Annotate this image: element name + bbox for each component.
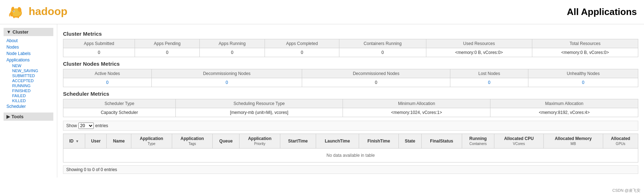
val-scheduling-resource-type: [memory-mb (unit=Mi), vcores]	[175, 108, 343, 117]
sidebar-item-nodes[interactable]: Nodes	[6, 44, 53, 50]
footer-entries: Showing 0 to 0 of 0 entries	[63, 165, 638, 174]
col-application-tags: Application Tags	[172, 134, 213, 149]
col-id[interactable]: ID ▼	[63, 134, 85, 149]
col-apps-completed: Apps Completed	[265, 39, 339, 48]
col-queue: Queue	[213, 134, 239, 149]
cluster-nodes-title: Cluster Nodes Metrics	[63, 61, 638, 67]
sidebar-item-running[interactable]: RUNNING	[12, 83, 53, 88]
val-minimum-allocation: <memory:1024, vCores:1>	[343, 108, 490, 117]
col-lost-nodes: Lost Nodes	[450, 69, 528, 78]
sidebar: ▼ Cluster About Nodes Node Labels Applic…	[0, 24, 57, 178]
logo-text: hadoop	[28, 4, 78, 20]
val-apps-running: 0	[200, 48, 265, 57]
cluster-label: Cluster	[13, 29, 29, 35]
col-name: Name	[107, 134, 131, 149]
cluster-nodes-table: Active Nodes Decommissioning Nodes Decom…	[63, 69, 638, 87]
id-sort-arrow: ▼	[76, 139, 79, 143]
col-state: State	[398, 134, 421, 149]
logo-area: hadoop	[7, 4, 78, 20]
scheduler-metrics-table: Scheduler Type Scheduling Resource Type …	[63, 99, 638, 117]
svg-point-3	[13, 11, 14, 11]
val-decommissioned-nodes: 0	[302, 78, 450, 87]
col-containers-running: Containers Running	[339, 39, 426, 48]
svg-rect-6	[18, 16, 19, 18]
cluster-arrow-icon: ▼	[6, 29, 11, 35]
main-layout: ▼ Cluster About Nodes Node Labels Applic…	[0, 24, 644, 178]
header: hadoop All Applications	[0, 0, 644, 24]
sidebar-item-about[interactable]: About	[6, 38, 53, 44]
sidebar-item-scheduler[interactable]: Scheduler	[6, 103, 53, 110]
cluster-metrics-title: Cluster Metrics	[63, 31, 638, 37]
showing-text: Showing 0 to 0 of 0 entries	[66, 167, 117, 172]
lost-nodes-link[interactable]: 0	[488, 80, 490, 85]
col-used-resources: Used Resources	[426, 39, 532, 48]
sidebar-item-new[interactable]: NEW	[12, 63, 53, 68]
show-entries-row: Show 10 20 25 50 100 entries	[63, 121, 638, 131]
col-minimum-allocation: Minimum Allocation	[343, 99, 490, 108]
no-data-message: No data available in table	[63, 149, 638, 162]
col-apps-pending: Apps Pending	[135, 39, 200, 48]
col-scheduler-type: Scheduler Type	[63, 99, 176, 108]
col-launch-time: LaunchTime	[316, 134, 359, 149]
col-finish-time: FinishTime	[359, 134, 399, 149]
sidebar-item-submitted[interactable]: SUBMITTED	[12, 73, 53, 78]
col-final-status: FinalStatus	[421, 134, 462, 149]
cluster-section-header[interactable]: ▼ Cluster	[4, 28, 53, 36]
val-apps-submitted: 0	[63, 48, 135, 57]
val-scheduler-type: Capacity Scheduler	[63, 108, 176, 117]
svg-text:hadoop: hadoop	[29, 5, 67, 17]
tools-arrow-icon: ▶	[6, 114, 10, 119]
svg-point-4	[10, 12, 13, 16]
col-unhealthy-nodes: Unhealthy Nodes	[528, 69, 638, 78]
entries-label: entries	[95, 123, 108, 128]
val-apps-pending: 0	[135, 48, 200, 57]
val-used-resources: <memory:0 B, vCores:0>	[426, 48, 532, 57]
sidebar-item-killed[interactable]: KILLED	[12, 98, 53, 103]
active-nodes-link[interactable]: 0	[106, 80, 108, 85]
decommissioning-nodes-link[interactable]: 0	[226, 80, 228, 85]
val-apps-completed: 0	[265, 48, 339, 57]
svg-rect-5	[13, 16, 15, 18]
no-data-row: No data available in table	[63, 149, 638, 162]
val-total-resources: <memory:0 B, vCores:0>	[532, 48, 638, 57]
sidebar-item-applications[interactable]: Applications	[6, 57, 53, 63]
col-apps-running: Apps Running	[200, 39, 265, 48]
col-allocated-memory: Allocated Memory MB	[543, 134, 603, 149]
applications-table: ID ▼ User Name Application Type Applicat…	[63, 134, 638, 162]
hadoop-elephant-icon	[7, 5, 25, 19]
show-label: Show	[66, 123, 77, 128]
val-lost-nodes[interactable]: 0	[450, 78, 528, 87]
col-decommissioned-nodes: Decommissioned Nodes	[302, 69, 450, 78]
scheduler-metrics-title: Scheduler Metrics	[63, 91, 638, 97]
sidebar-item-failed[interactable]: FAILED	[12, 93, 53, 98]
col-start-time: StartTime	[280, 134, 316, 149]
tools-label: Tools	[11, 114, 24, 119]
sidebar-item-finished[interactable]: FINISHED	[12, 88, 53, 93]
val-active-nodes[interactable]: 0	[63, 78, 152, 87]
page-title: All Applications	[567, 6, 637, 18]
col-application-priority: Application Priority	[239, 134, 280, 149]
sidebar-item-accepted[interactable]: ACCEPTED	[12, 78, 53, 83]
cluster-links: About Nodes Node Labels Applications NEW…	[4, 38, 53, 110]
val-maximum-allocation: <memory:8192, vCores:4>	[490, 108, 638, 117]
entries-select[interactable]: 10 20 25 50 100	[78, 122, 94, 129]
content: Cluster Metrics Apps Submitted Apps Pend…	[57, 24, 644, 178]
col-decommissioning-nodes: Decommissioning Nodes	[151, 69, 302, 78]
sidebar-item-node-labels[interactable]: Node Labels	[6, 50, 53, 57]
col-active-nodes: Active Nodes	[63, 69, 152, 78]
col-maximum-allocation: Maximum Allocation	[490, 99, 638, 108]
col-user: User	[85, 134, 107, 149]
col-apps-submitted: Apps Submitted	[63, 39, 135, 48]
col-allocated-gpus: Allocated GPUs	[603, 134, 638, 149]
sidebar-item-new-saving[interactable]: NEW_SAVING	[12, 68, 53, 73]
val-containers-running: 0	[339, 48, 426, 57]
col-total-resources: Total Resources	[532, 39, 638, 48]
unhealthy-nodes-link[interactable]: 0	[582, 80, 585, 85]
tools-section-header[interactable]: ▶ Tools	[4, 112, 53, 121]
val-unhealthy-nodes[interactable]: 0	[528, 78, 638, 87]
col-running-containers: Running Containers	[462, 134, 494, 149]
col-allocated-cpu: Allocated CPU VCores	[494, 134, 544, 149]
col-scheduling-resource-type: Scheduling Resource Type	[175, 99, 343, 108]
cluster-metrics-table: Apps Submitted Apps Pending Apps Running…	[63, 39, 638, 57]
val-decommissioning-nodes[interactable]: 0	[151, 78, 302, 87]
